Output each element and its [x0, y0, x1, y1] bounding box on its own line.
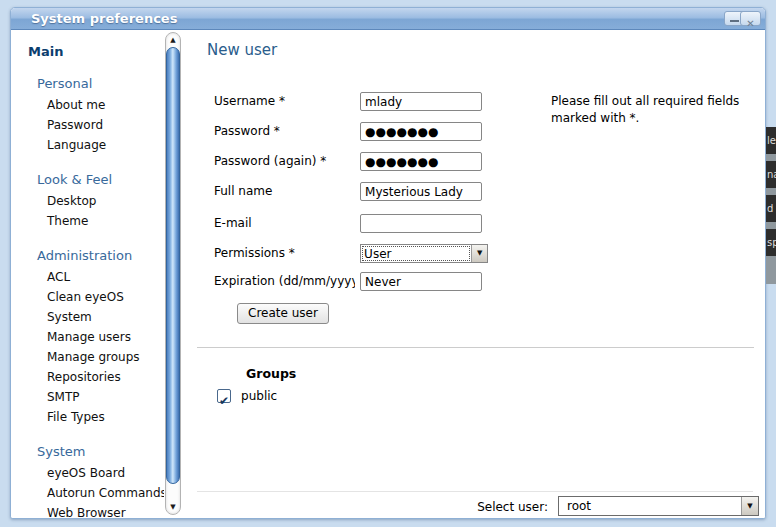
- scroll-down-icon[interactable]: ▼: [164, 503, 182, 511]
- create-user-button[interactable]: Create user: [237, 303, 329, 324]
- sidebar-item-acl[interactable]: ACL: [47, 267, 164, 287]
- scrollbar-thumb[interactable]: [166, 47, 180, 484]
- scroll-up-icon[interactable]: ▲: [164, 36, 182, 44]
- close-icon: ✕: [746, 18, 754, 29]
- form-row-email: E-mail: [214, 214, 482, 233]
- background-window-sliver[interactable]: le na d sp: [766, 127, 776, 284]
- permissions-selected-value: User: [362, 246, 470, 261]
- background-row-footer: [766, 256, 776, 284]
- window-body: Main Personal About me Password Language…: [11, 30, 765, 518]
- sidebar-item-main[interactable]: Main: [28, 44, 164, 59]
- sidebar-scrollbar[interactable]: ▲ ▼: [164, 30, 182, 517]
- sidebar-item-about-me[interactable]: About me: [47, 95, 164, 115]
- sidebar-item-clean-eyeos[interactable]: Clean eyeOS: [47, 287, 164, 307]
- sidebar: Main Personal About me Password Language…: [11, 30, 164, 518]
- sidebar-item-system[interactable]: System: [47, 307, 164, 327]
- select-user-value: root: [559, 497, 741, 515]
- required-fields-note: Please fill out all required fields mark…: [551, 93, 766, 127]
- window-titlebar[interactable]: System preferences ✕: [11, 8, 765, 30]
- email-input[interactable]: [360, 214, 482, 233]
- sidebar-item-file-types[interactable]: File Types: [47, 407, 164, 427]
- form-row-password: Password *: [214, 122, 482, 141]
- sidebar-section-administration[interactable]: Administration: [37, 248, 164, 263]
- form-row-permissions: Permissions * User ▼: [214, 244, 488, 263]
- dropdown-arrow-icon[interactable]: ▼: [741, 497, 758, 515]
- full-name-label: Full name: [214, 182, 355, 201]
- sidebar-section-personal[interactable]: Personal: [37, 76, 164, 91]
- sidebar-item-web-browser[interactable]: Web Browser: [47, 503, 164, 518]
- window-title: System preferences: [11, 8, 177, 29]
- note-line-2: marked with *.: [551, 110, 766, 127]
- background-row-fragment: na: [766, 161, 776, 188]
- sidebar-item-theme[interactable]: Theme: [47, 211, 164, 231]
- permissions-select[interactable]: User ▼: [360, 244, 488, 263]
- sidebar-item-manage-groups[interactable]: Manage groups: [47, 347, 164, 367]
- sidebar-item-repositories[interactable]: Repositories: [47, 367, 164, 387]
- password-again-label: Password (again) *: [214, 152, 355, 171]
- background-row-separator: [766, 222, 776, 229]
- dropdown-arrow-icon[interactable]: ▼: [471, 245, 487, 262]
- background-row-separator: [766, 188, 776, 195]
- background-row-fragment: sp: [766, 229, 776, 256]
- content-panel: New user Username * Password * Password …: [182, 30, 765, 518]
- close-button[interactable]: ✕: [740, 11, 761, 26]
- note-line-1: Please fill out all required fields: [551, 93, 766, 110]
- form-row-password-again: Password (again) *: [214, 152, 482, 171]
- groups-heading: Groups: [246, 366, 296, 381]
- system-preferences-window: System preferences ✕ Main Personal About…: [10, 7, 766, 519]
- select-user-dropdown[interactable]: root ▼: [558, 496, 759, 516]
- sidebar-item-manage-users[interactable]: Manage users: [47, 327, 164, 347]
- public-checkbox-label: public: [241, 389, 277, 403]
- page-title: New user: [207, 41, 277, 59]
- public-checkbox[interactable]: ✔: [217, 389, 231, 403]
- background-row-fragment: le: [766, 127, 776, 154]
- sidebar-item-desktop[interactable]: Desktop: [47, 191, 164, 211]
- sidebar-item-password[interactable]: Password: [47, 115, 164, 135]
- expiration-label: Expiration (dd/mm/yyyy: [214, 272, 355, 291]
- username-input[interactable]: [360, 92, 482, 111]
- group-row-public: ✔ public: [217, 385, 277, 401]
- sidebar-section-system[interactable]: System: [37, 444, 164, 459]
- expiration-input[interactable]: [360, 272, 482, 291]
- footer-divider: [197, 491, 753, 492]
- sidebar-item-eyeos-board[interactable]: eyeOS Board: [47, 463, 164, 483]
- password-label: Password *: [214, 122, 355, 141]
- password-again-input[interactable]: [360, 152, 482, 171]
- form-row-expiration: Expiration (dd/mm/yyyy: [214, 272, 482, 291]
- email-label: E-mail: [214, 214, 355, 233]
- sidebar-section-look-and-feel[interactable]: Look & Feel: [37, 172, 164, 187]
- minimize-icon: [730, 20, 739, 22]
- background-row-separator: [766, 154, 776, 161]
- password-input[interactable]: [360, 122, 482, 141]
- select-user-label: Select user:: [452, 498, 548, 517]
- username-label: Username *: [214, 92, 355, 111]
- permissions-label: Permissions *: [214, 244, 355, 263]
- sidebar-item-language[interactable]: Language: [47, 135, 164, 155]
- form-row-full-name: Full name: [214, 182, 482, 201]
- checkbox-check-icon: ✔: [219, 394, 229, 408]
- background-row-fragment: d: [766, 195, 776, 222]
- form-row-username: Username *: [214, 92, 482, 111]
- sidebar-item-smtp[interactable]: SMTP: [47, 387, 164, 407]
- section-divider: [197, 347, 754, 348]
- sidebar-item-autorun-commands[interactable]: Autorun Commands: [47, 483, 164, 503]
- full-name-input[interactable]: [360, 182, 482, 201]
